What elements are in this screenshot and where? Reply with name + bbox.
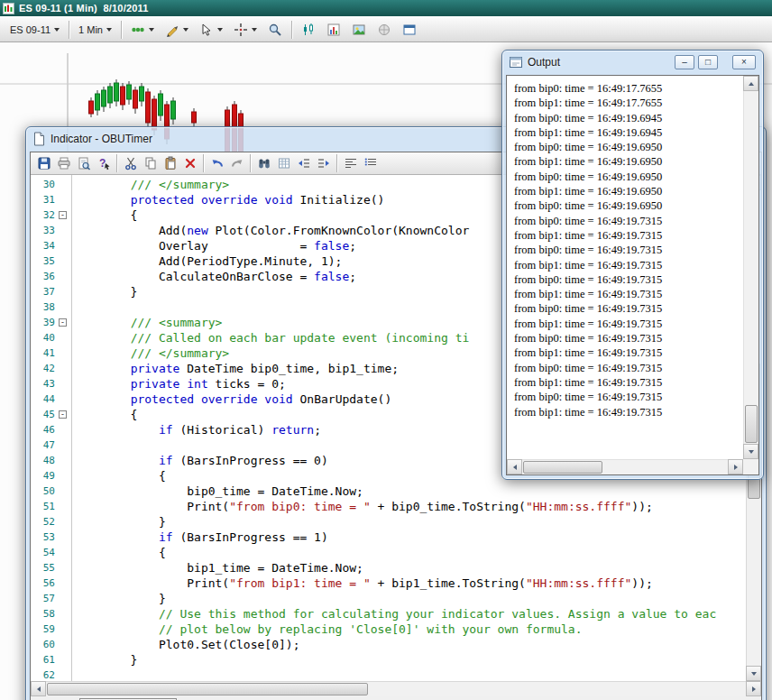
globe-button[interactable] xyxy=(372,20,396,40)
image-icon xyxy=(352,23,366,37)
chart-style-button[interactable] xyxy=(297,20,320,40)
line-number: 44 xyxy=(31,391,55,407)
line-number: 56 xyxy=(31,576,55,591)
window-title: ES 09-11 (1 Min) 8/10/2011 xyxy=(19,3,149,14)
pointer-dropdown[interactable] xyxy=(195,20,227,40)
editor-bottom-strip: Properties xyxy=(31,696,761,700)
fold-margin xyxy=(55,345,70,361)
copy-button[interactable] xyxy=(141,154,160,172)
line-number: 31 xyxy=(31,192,55,207)
fold-margin xyxy=(55,438,70,453)
close-button[interactable]: × xyxy=(732,55,756,69)
gutter-row: 51 xyxy=(31,499,71,514)
indicator-panel-button[interactable] xyxy=(322,20,345,40)
window-icon xyxy=(402,23,417,37)
output-line: from bip0: time = 16:49:19.6950 xyxy=(514,198,743,213)
output-client[interactable]: from bip0: time = 16:49:17.7655from bip1… xyxy=(506,75,759,475)
output-line: from bip1: time = 16:49:19.7315 xyxy=(514,317,743,331)
output-titlebar[interactable]: Output – □ × xyxy=(502,51,763,74)
paste-button[interactable] xyxy=(161,154,179,172)
save-button[interactable] xyxy=(34,154,53,172)
line-number: 32 xyxy=(31,207,55,223)
gutter-row: 46 xyxy=(31,422,71,438)
editor-hscrollbar[interactable] xyxy=(31,681,761,696)
output-vscrollbar[interactable] xyxy=(743,76,758,459)
gutter-row: 40 xyxy=(31,330,71,345)
window-grid-button[interactable] xyxy=(398,20,421,40)
fold-margin xyxy=(55,238,70,253)
drawing-tools-dropdown[interactable] xyxy=(161,20,193,40)
find-button[interactable] xyxy=(254,154,273,172)
output-line: from bip0: time = 16:49:19.7315 xyxy=(514,390,743,404)
data-series-dropdown[interactable] xyxy=(126,20,159,40)
bullet-list-icon xyxy=(363,156,378,170)
scroll-left-button[interactable] xyxy=(507,459,522,474)
outdent-icon xyxy=(297,156,311,170)
code-line: bip0_time = DateTime.Now; xyxy=(74,484,746,499)
line-number: 33 xyxy=(31,223,55,238)
line-number: 45 xyxy=(31,407,55,422)
caret-icon xyxy=(149,28,154,32)
fold-toggle[interactable]: - xyxy=(59,410,67,419)
line-number: 54 xyxy=(31,545,55,560)
fold-margin xyxy=(55,668,70,681)
undo-icon xyxy=(210,156,225,170)
indent-button[interactable] xyxy=(314,154,333,172)
print-button[interactable] xyxy=(54,154,73,172)
redo-icon xyxy=(230,156,244,170)
scroll-right-button[interactable] xyxy=(728,459,743,474)
fold-toggle[interactable]: - xyxy=(59,211,67,219)
gutter-row: 59 xyxy=(31,622,71,637)
undo-button[interactable] xyxy=(207,154,226,172)
scrollbar-corner xyxy=(743,459,758,474)
print-preview-button[interactable] xyxy=(74,154,93,172)
line-number: 47 xyxy=(31,438,55,453)
gutter-row: 41 xyxy=(31,345,71,361)
uncomment-button[interactable] xyxy=(361,154,380,172)
scroll-down-button[interactable] xyxy=(743,444,758,459)
toolbar-separator xyxy=(116,154,117,172)
scroll-up-button[interactable] xyxy=(743,76,758,91)
hscroll-thumb[interactable] xyxy=(523,461,602,474)
snapshot-button[interactable] xyxy=(347,20,371,40)
line-number: 43 xyxy=(31,376,55,391)
scroll-left-button[interactable] xyxy=(31,681,46,696)
main-titlebar[interactable]: ES 09-11 (1 Min) 8/10/2011 xyxy=(0,0,772,16)
gutter-row: 55 xyxy=(31,560,71,576)
output-hscrollbar[interactable] xyxy=(507,459,743,474)
gutter-row: 37 xyxy=(31,284,71,299)
gutter-row: 43 xyxy=(31,376,71,391)
comment-button[interactable] xyxy=(341,154,360,172)
goto-line-button[interactable] xyxy=(274,154,293,172)
output-line: from bip1: time = 16:49:19.7315 xyxy=(514,345,743,360)
instrument-label: ES 09-11 xyxy=(10,24,51,35)
output-line: from bip1: time = 16:49:19.7315 xyxy=(514,258,743,272)
fold-toggle[interactable]: - xyxy=(59,318,67,327)
delete-button[interactable] xyxy=(180,154,199,172)
outdent-button[interactable] xyxy=(294,154,313,172)
line-number: 59 xyxy=(31,622,55,637)
pencil-icon xyxy=(165,23,179,37)
output-line: from bip1: time = 16:49:19.7315 xyxy=(514,287,743,301)
zoom-button[interactable] xyxy=(263,20,287,40)
output-line: from bip0: time = 16:49:19.6950 xyxy=(514,140,743,154)
scroll-down-button[interactable] xyxy=(746,666,761,681)
cut-button[interactable] xyxy=(121,154,140,172)
scroll-right-button[interactable] xyxy=(746,681,761,696)
vscroll-thumb[interactable] xyxy=(745,405,758,443)
instrument-selector[interactable]: ES 09-11 xyxy=(5,22,64,38)
redo-button[interactable] xyxy=(227,154,246,172)
data-series-icon xyxy=(131,23,145,37)
crosshair-dropdown[interactable] xyxy=(229,20,262,40)
maximize-button[interactable]: □ xyxy=(698,55,718,69)
gutter-row: 36 xyxy=(31,269,71,284)
gutter-row: 32- xyxy=(31,207,71,223)
hscroll-thumb[interactable] xyxy=(47,683,368,695)
minimize-button[interactable]: – xyxy=(675,55,694,69)
help-button[interactable]: ? xyxy=(94,154,113,172)
interval-selector[interactable]: 1 Min xyxy=(74,22,116,38)
toolbar-separator xyxy=(121,21,122,39)
gutter-row: 61 xyxy=(31,652,71,668)
code-line: // plot below by replacing 'Close[0]' wi… xyxy=(74,622,746,637)
copy-icon xyxy=(143,156,158,170)
